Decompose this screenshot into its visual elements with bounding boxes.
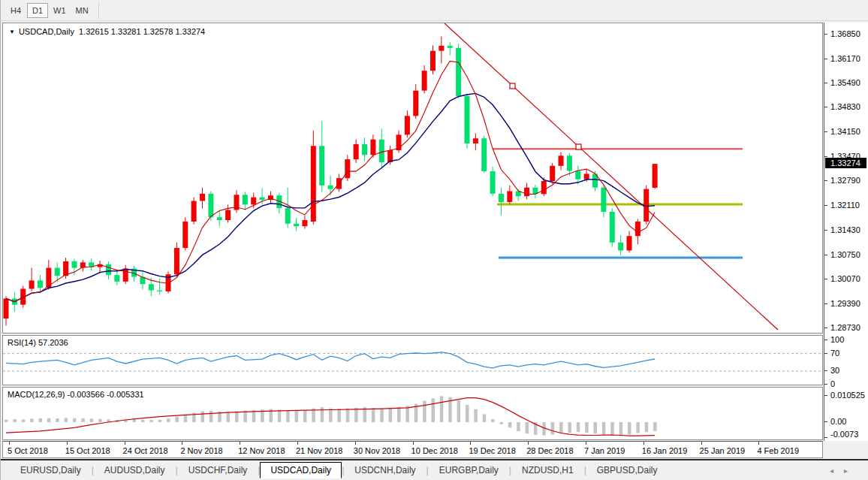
slow-moving-average-line	[6, 93, 655, 301]
macd-histogram-bar	[329, 409, 333, 422]
candle-bullish	[251, 198, 256, 205]
candle-bullish	[174, 248, 179, 274]
price-axis-tick	[824, 34, 827, 35]
tab-scroll-right-icon[interactable]: ▸	[844, 466, 858, 475]
candle-bullish	[430, 51, 436, 71]
trendline-anchor-handle[interactable]	[510, 83, 515, 89]
macd-histogram-bar	[38, 418, 42, 422]
symbol-tab-usdcad[interactable]: USDCAD,Daily	[260, 462, 342, 478]
candle-bullish	[422, 71, 427, 90]
rsi-axis-label: 100	[830, 335, 844, 344]
macd-histogram-bar	[47, 418, 51, 422]
price-axis[interactable]: 1.368501.361701.354901.348301.341501.334…	[824, 23, 868, 441]
macd-histogram-bar	[474, 409, 478, 422]
symbol-tab-gbpusd[interactable]: GBPUSD,Daily	[586, 462, 668, 478]
candle-bearish	[157, 290, 162, 291]
macd-histogram-bar	[303, 410, 307, 422]
macd-histogram-bar	[90, 418, 94, 422]
timeframe-toolbar: H4D1W1MN	[1, 0, 868, 21]
chart-title: ▼USDCAD,Daily 1.32615 1.33281 1.32578 1.…	[9, 27, 205, 36]
candle-bullish	[200, 194, 205, 201]
current-price-badge: 1.33274	[825, 158, 866, 168]
timeframe-tab-d1[interactable]: D1	[27, 3, 48, 18]
candle-bullish	[4, 298, 9, 318]
macd-histogram-bar	[526, 422, 529, 433]
chart-dropdown-icon[interactable]: ▼	[9, 29, 15, 35]
macd-histogram-bar	[619, 422, 623, 436]
macd-histogram-bar	[98, 419, 102, 422]
price-axis-tick	[824, 230, 827, 231]
date-axis-label: 4 Feb 2019	[757, 446, 799, 455]
date-axis-label: 15 Oct 2018	[65, 446, 110, 455]
timeframe-tab-mn[interactable]: MN	[71, 3, 93, 18]
trendline-anchor-handle[interactable]	[576, 144, 581, 149]
candle-bullish	[584, 174, 589, 179]
candle-bearish	[71, 261, 77, 268]
candle-bullish	[302, 220, 307, 226]
macd-histogram-bar	[380, 409, 384, 422]
date-axis-tick	[413, 442, 414, 445]
price-axis-label: 1.29390	[830, 299, 860, 308]
price-axis-label: 1.28730	[830, 323, 860, 332]
date-axis-tick	[470, 442, 471, 445]
macd-label: MACD(12,26,9) -0.003566 -0.005331	[8, 390, 144, 399]
date-axis-label: 12 Nov 2018	[238, 446, 285, 455]
candle-bearish	[319, 146, 324, 185]
candlestick-chart-panel[interactable]: ▼USDCAD,Daily 1.32615 1.33281 1.32578 1.…	[2, 23, 823, 334]
macd-histogram-bar	[432, 398, 436, 422]
symbol-tab-audusd[interactable]: AUDUSD,Daily	[94, 462, 176, 478]
tab-scroll-arrows[interactable]: ◂▸	[830, 466, 858, 475]
macd-histogram-bar	[466, 405, 469, 422]
candle-bearish	[464, 96, 469, 143]
macd-histogram-bar	[585, 422, 589, 433]
candlestick-chart-canvas[interactable]	[3, 23, 822, 333]
symbol-tab-usdchf[interactable]: USDCHF,Daily	[178, 462, 258, 478]
macd-axis-label: -0.0073	[830, 430, 858, 439]
candle-bearish	[114, 275, 119, 282]
rsi-chart-canvas[interactable]	[3, 336, 822, 385]
symbol-tab-nzdusd[interactable]: NZDUSD,H1	[511, 462, 584, 478]
macd-histogram-bar	[610, 422, 614, 436]
macd-histogram-bar	[184, 415, 188, 422]
chart-ohlc-values: 1.32615 1.33281 1.32578 1.33274	[79, 27, 205, 36]
date-axis-tick	[297, 442, 298, 445]
macd-axis-label: 0.00	[830, 417, 846, 426]
macd-histogram-bar	[175, 417, 179, 422]
timeframe-tab-w1[interactable]: W1	[49, 3, 71, 18]
macd-histogram-bar	[65, 418, 68, 422]
symbol-tab-bar: EURUSD,Daily|AUDUSD,Daily|USDCHF,Daily|U…	[1, 459, 868, 480]
timeframe-tab-h4[interactable]: H4	[5, 3, 26, 18]
candle-bullish	[439, 46, 444, 51]
rsi-axis-label: 70	[830, 349, 839, 358]
date-axis-label: 7 Jan 2019	[584, 446, 625, 455]
macd-histogram-bar	[594, 422, 598, 433]
macd-histogram-bar	[645, 422, 649, 432]
price-axis-label: 1.30070	[830, 274, 860, 283]
candle-bullish	[311, 146, 316, 222]
tab-scroll-left-icon[interactable]: ◂	[830, 466, 844, 475]
price-axis-tick	[824, 205, 827, 206]
macd-histogram-bar	[354, 408, 358, 422]
macd-histogram-bar	[491, 419, 495, 422]
macd-histogram-bar	[295, 411, 299, 422]
date-axis-tick	[67, 442, 68, 445]
macd-indicator-panel[interactable]: MACD(12,26,9) -0.003566 -0.005331	[2, 387, 823, 440]
date-axis-tick	[643, 442, 644, 445]
date-axis[interactable]: 5 Oct 201815 Oct 201824 Oct 20182 Nov 20…	[2, 441, 823, 458]
rsi-axis-tick	[824, 370, 827, 371]
date-axis-label: 28 Dec 2018	[526, 446, 573, 455]
price-axis-label: 1.36170	[830, 54, 860, 63]
symbol-tab-eurusd[interactable]: EURUSD,Daily	[10, 462, 92, 478]
symbol-tab-usdcnh[interactable]: USDCNH,Daily	[344, 462, 426, 478]
macd-histogram-bar	[653, 422, 657, 431]
date-axis-tick	[182, 442, 182, 445]
candle-bearish	[601, 188, 606, 212]
candle-bearish	[149, 284, 154, 290]
macd-histogram-bar	[167, 418, 170, 422]
macd-histogram-bar	[235, 411, 239, 422]
symbol-tab-eurgbp[interactable]: EURGBP,Daily	[429, 462, 509, 478]
price-axis-tick	[824, 180, 827, 181]
candle-bearish	[285, 208, 291, 224]
rsi-indicator-panel[interactable]: RSI(14) 57.2036	[2, 335, 823, 385]
macd-histogram-bar	[286, 410, 290, 422]
